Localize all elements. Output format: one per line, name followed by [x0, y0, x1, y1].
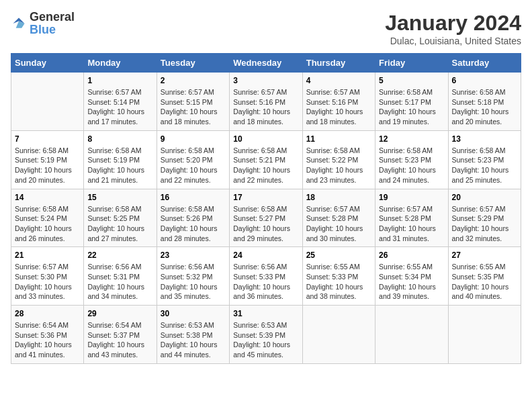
month-title: January 2024	[385, 11, 521, 36]
day-info: Sunrise: 6:57 AMSunset: 5:14 PMDaylight:…	[87, 87, 152, 127]
day-number: 2	[161, 76, 226, 85]
day-info: Sunrise: 6:58 AMSunset: 5:24 PMDaylight:…	[15, 204, 80, 244]
day-number: 16	[161, 193, 226, 202]
day-info: Sunrise: 6:57 AMSunset: 5:16 PMDaylight:…	[233, 87, 298, 127]
day-cell: 3Sunrise: 6:57 AMSunset: 5:16 PMDaylight…	[230, 73, 302, 131]
day-number: 9	[161, 134, 226, 144]
day-cell: 5Sunrise: 6:58 AMSunset: 5:17 PMDaylight…	[375, 73, 448, 131]
day-number: 4	[306, 76, 371, 85]
day-info: Sunrise: 6:55 AMSunset: 5:34 PMDaylight:…	[379, 262, 444, 302]
day-info: Sunrise: 6:58 AMSunset: 5:26 PMDaylight:…	[161, 204, 226, 244]
day-cell: 27Sunrise: 6:55 AMSunset: 5:35 PMDayligh…	[448, 247, 521, 306]
day-number: 29	[87, 309, 152, 318]
location-title: Dulac, Louisiana, United States	[385, 36, 521, 46]
day-info: Sunrise: 6:58 AMSunset: 5:23 PMDaylight:…	[379, 146, 444, 185]
day-number: 11	[306, 134, 371, 144]
logo: General Blue	[11, 11, 75, 36]
day-cell: 28Sunrise: 6:54 AMSunset: 5:36 PMDayligh…	[11, 306, 84, 364]
day-number: 23	[161, 250, 226, 260]
day-cell: 9Sunrise: 6:58 AMSunset: 5:20 PMDaylight…	[157, 130, 229, 189]
day-number: 20	[452, 193, 517, 202]
day-info: Sunrise: 6:53 AMSunset: 5:38 PMDaylight:…	[161, 320, 226, 360]
day-cell: 7Sunrise: 6:58 AMSunset: 5:19 PMDaylight…	[11, 130, 84, 189]
day-info: Sunrise: 6:58 AMSunset: 5:23 PMDaylight:…	[452, 146, 517, 185]
logo-icon	[11, 15, 27, 32]
day-info: Sunrise: 6:58 AMSunset: 5:20 PMDaylight:…	[161, 146, 226, 185]
week-row-5: 28Sunrise: 6:54 AMSunset: 5:36 PMDayligh…	[11, 306, 521, 364]
day-cell: 24Sunrise: 6:56 AMSunset: 5:33 PMDayligh…	[230, 247, 302, 306]
day-number: 5	[379, 76, 444, 85]
day-number: 31	[233, 309, 298, 318]
day-number: 30	[161, 309, 226, 318]
day-number: 18	[306, 193, 371, 202]
day-number: 10	[233, 134, 298, 144]
day-info: Sunrise: 6:58 AMSunset: 5:25 PMDaylight:…	[87, 204, 152, 244]
day-cell: 20Sunrise: 6:57 AMSunset: 5:29 PMDayligh…	[448, 189, 521, 247]
day-number: 26	[379, 250, 444, 260]
week-row-2: 7Sunrise: 6:58 AMSunset: 5:19 PMDaylight…	[11, 130, 521, 189]
day-cell: 22Sunrise: 6:56 AMSunset: 5:31 PMDayligh…	[84, 247, 157, 306]
header-wednesday: Wednesday	[230, 54, 302, 73]
day-info: Sunrise: 6:58 AMSunset: 5:22 PMDaylight:…	[306, 146, 371, 185]
day-cell	[11, 73, 84, 131]
day-number: 6	[452, 76, 517, 85]
day-cell: 19Sunrise: 6:57 AMSunset: 5:28 PMDayligh…	[375, 189, 448, 247]
day-number: 21	[15, 250, 80, 260]
day-number: 28	[15, 309, 80, 318]
day-info: Sunrise: 6:53 AMSunset: 5:39 PMDaylight:…	[233, 320, 298, 360]
day-info: Sunrise: 6:55 AMSunset: 5:35 PMDaylight:…	[452, 262, 517, 302]
day-number: 8	[87, 134, 152, 144]
header-saturday: Saturday	[448, 54, 521, 73]
day-cell: 26Sunrise: 6:55 AMSunset: 5:34 PMDayligh…	[375, 247, 448, 306]
day-number: 3	[233, 76, 298, 85]
day-info: Sunrise: 6:58 AMSunset: 5:17 PMDaylight:…	[379, 87, 444, 127]
day-cell: 17Sunrise: 6:58 AMSunset: 5:27 PMDayligh…	[230, 189, 302, 247]
header-tuesday: Tuesday	[157, 54, 229, 73]
day-cell: 29Sunrise: 6:54 AMSunset: 5:37 PMDayligh…	[84, 306, 157, 364]
day-cell: 11Sunrise: 6:58 AMSunset: 5:22 PMDayligh…	[302, 130, 375, 189]
header-sunday: Sunday	[11, 54, 84, 73]
day-number: 19	[379, 193, 444, 202]
day-info: Sunrise: 6:58 AMSunset: 5:27 PMDaylight:…	[233, 204, 298, 244]
calendar-header-row: SundayMondayTuesdayWednesdayThursdayFrid…	[11, 54, 521, 73]
day-info: Sunrise: 6:57 AMSunset: 5:15 PMDaylight:…	[161, 87, 226, 127]
week-row-4: 21Sunrise: 6:57 AMSunset: 5:30 PMDayligh…	[11, 247, 521, 306]
day-number: 25	[306, 250, 371, 260]
day-cell: 25Sunrise: 6:55 AMSunset: 5:33 PMDayligh…	[302, 247, 375, 306]
day-cell: 15Sunrise: 6:58 AMSunset: 5:25 PMDayligh…	[84, 189, 157, 247]
day-info: Sunrise: 6:58 AMSunset: 5:19 PMDaylight:…	[87, 146, 152, 185]
logo-blue: Blue	[30, 23, 56, 36]
day-number: 1	[87, 76, 152, 85]
day-cell: 6Sunrise: 6:58 AMSunset: 5:18 PMDaylight…	[448, 73, 521, 131]
week-row-1: 1Sunrise: 6:57 AMSunset: 5:14 PMDaylight…	[11, 73, 521, 131]
day-info: Sunrise: 6:58 AMSunset: 5:21 PMDaylight:…	[233, 146, 298, 185]
day-cell: 13Sunrise: 6:58 AMSunset: 5:23 PMDayligh…	[448, 130, 521, 189]
day-cell: 16Sunrise: 6:58 AMSunset: 5:26 PMDayligh…	[157, 189, 229, 247]
title-area: January 2024 Dulac, Louisiana, United St…	[385, 11, 521, 46]
day-info: Sunrise: 6:56 AMSunset: 5:32 PMDaylight:…	[161, 262, 226, 302]
day-number: 17	[233, 193, 298, 202]
day-info: Sunrise: 6:57 AMSunset: 5:16 PMDaylight:…	[306, 87, 371, 127]
day-number: 14	[15, 193, 80, 202]
week-row-3: 14Sunrise: 6:58 AMSunset: 5:24 PMDayligh…	[11, 189, 521, 247]
logo-general: General	[30, 10, 75, 24]
day-cell: 10Sunrise: 6:58 AMSunset: 5:21 PMDayligh…	[230, 130, 302, 189]
day-cell: 23Sunrise: 6:56 AMSunset: 5:32 PMDayligh…	[157, 247, 229, 306]
page-header: General Blue January 2024 Dulac, Louisia…	[11, 11, 521, 46]
day-cell	[375, 306, 448, 364]
day-info: Sunrise: 6:54 AMSunset: 5:37 PMDaylight:…	[87, 320, 152, 360]
day-cell: 1Sunrise: 6:57 AMSunset: 5:14 PMDaylight…	[84, 73, 157, 131]
day-cell: 14Sunrise: 6:58 AMSunset: 5:24 PMDayligh…	[11, 189, 84, 247]
day-cell: 31Sunrise: 6:53 AMSunset: 5:39 PMDayligh…	[230, 306, 302, 364]
day-number: 13	[452, 134, 517, 144]
day-cell: 21Sunrise: 6:57 AMSunset: 5:30 PMDayligh…	[11, 247, 84, 306]
day-cell: 30Sunrise: 6:53 AMSunset: 5:38 PMDayligh…	[157, 306, 229, 364]
day-info: Sunrise: 6:56 AMSunset: 5:33 PMDaylight:…	[233, 262, 298, 302]
day-info: Sunrise: 6:54 AMSunset: 5:36 PMDaylight:…	[15, 320, 80, 360]
day-info: Sunrise: 6:57 AMSunset: 5:28 PMDaylight:…	[379, 204, 444, 244]
header-friday: Friday	[375, 54, 448, 73]
day-cell: 8Sunrise: 6:58 AMSunset: 5:19 PMDaylight…	[84, 130, 157, 189]
header-monday: Monday	[84, 54, 157, 73]
header-thursday: Thursday	[302, 54, 375, 73]
calendar-table: SundayMondayTuesdayWednesdayThursdayFrid…	[11, 53, 521, 364]
